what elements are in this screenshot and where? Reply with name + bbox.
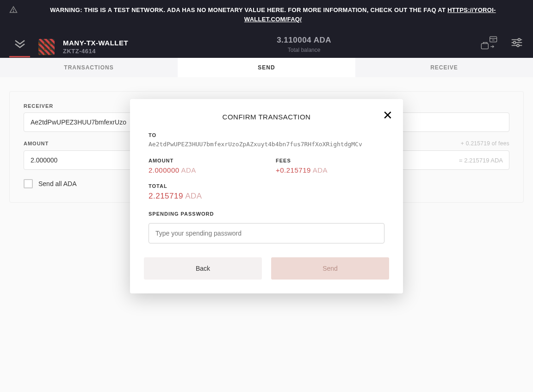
back-button[interactable]: Back: [144, 257, 262, 280]
modal-fees-value: +0.215719 ADA: [276, 166, 384, 174]
wallet-tabs: TRANSACTIONS SEND RECEIVE: [0, 58, 533, 77]
amount-label: AMOUNT: [24, 141, 49, 146]
svg-rect-2: [490, 37, 497, 42]
tab-send[interactable]: SEND: [178, 58, 355, 77]
modal-to-address: Ae2tdPwUPEZ3HUU7bmfexrUzoZpAZxuyt4b4bn7f…: [149, 141, 384, 148]
svg-point-7: [518, 38, 521, 41]
spending-password-label: SPENDING PASSWORD: [149, 211, 384, 217]
svg-point-1: [13, 11, 13, 12]
fee-note: + 0.215719 of fees: [461, 140, 509, 147]
warning-icon: [9, 6, 18, 17]
svg-rect-5: [481, 44, 488, 49]
settings-icon[interactable]: [510, 36, 524, 53]
send-button[interactable]: Send: [271, 257, 389, 280]
confirm-transaction-modal: CONFIRM TRANSACTION ✕ TO Ae2tdPwUPEZ3HUU…: [130, 99, 403, 293]
modal-amount-label: AMOUNT: [149, 158, 257, 163]
send-all-checkbox[interactable]: [24, 179, 33, 188]
transfer-icon[interactable]: [480, 36, 498, 53]
modal-total-label: TOTAL: [149, 183, 384, 189]
modal-fees-label: FEES: [276, 158, 384, 163]
test-network-warning: WARNING: THIS IS A TEST NETWORK. ADA HAS…: [0, 0, 533, 29]
warning-text: WARNING: THIS IS A TEST NETWORK. ADA HAS…: [50, 6, 447, 13]
tab-receive[interactable]: RECEIVE: [355, 58, 533, 77]
tab-transactions[interactable]: TRANSACTIONS: [0, 58, 178, 77]
wallet-avatar-icon: [38, 39, 55, 55]
wallet-id: ZKTZ-4614: [63, 48, 128, 55]
wallet-name: MANY-TX-WALLET: [63, 39, 128, 47]
send-all-label: Send all ADA: [38, 180, 77, 187]
svg-point-9: [514, 42, 516, 44]
modal-amount-value: 2.000000 ADA: [149, 166, 257, 174]
svg-point-11: [517, 44, 519, 47]
app-logo[interactable]: [9, 37, 30, 57]
modal-title: CONFIRM TRANSACTION: [144, 113, 389, 121]
spending-password-input[interactable]: [149, 223, 384, 243]
modal-to-label: TO: [149, 132, 384, 138]
modal-total-value: 2.215719 ADA: [149, 192, 384, 201]
total-balance-value: 3.110004 ADA: [136, 36, 471, 45]
total-balance-label: Total balance: [136, 47, 471, 53]
amount-total-suffix: = 2.215719 ADA: [459, 157, 503, 164]
close-icon[interactable]: ✕: [383, 109, 393, 121]
app-header: MANY-TX-WALLET ZKTZ-4614 3.110004 ADA To…: [0, 29, 533, 58]
